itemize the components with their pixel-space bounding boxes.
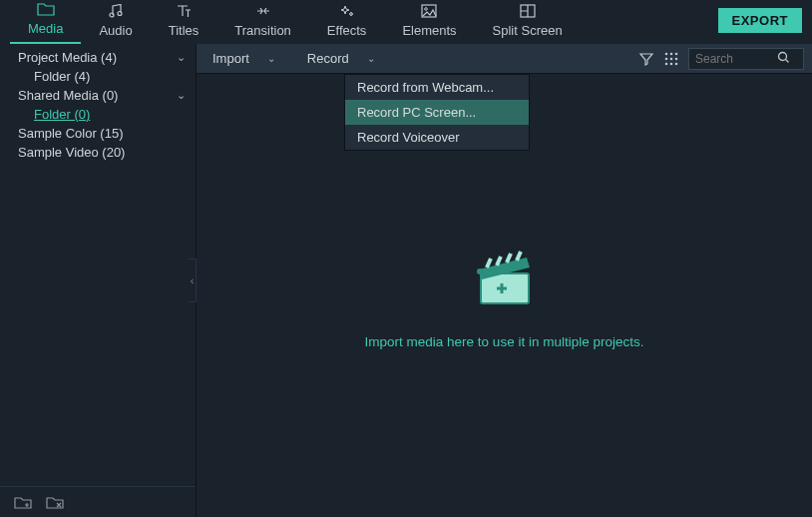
svg-point-10: [675, 57, 678, 60]
folder-icon: [37, 2, 55, 19]
music-icon: [108, 4, 124, 21]
search-box[interactable]: [688, 48, 804, 70]
tree-label: Folder (4): [34, 69, 90, 84]
svg-point-13: [675, 62, 678, 65]
grid-view-icon[interactable]: [664, 52, 678, 66]
tree-label: Sample Color (15): [18, 126, 124, 141]
tab-audio[interactable]: Audio: [81, 4, 150, 44]
split-icon: [520, 4, 536, 21]
export-button[interactable]: EXPORT: [718, 8, 802, 33]
content-toolbar: Import ⌄ Record ⌄: [197, 44, 812, 74]
record-webcam-item[interactable]: Record from Webcam...: [345, 75, 529, 100]
import-button[interactable]: Import ⌄: [197, 44, 291, 73]
svg-point-11: [665, 62, 668, 65]
sidebar: Project Media (4) ⌄ Folder (4) Shared Me…: [0, 44, 197, 517]
tab-label: Transition: [234, 23, 291, 38]
chevron-down-icon: ⌄: [367, 53, 375, 64]
svg-point-17: [477, 268, 483, 274]
svg-point-3: [425, 8, 428, 11]
tab-label: Split Screen: [493, 23, 563, 38]
transition-icon: [255, 4, 271, 21]
stage-hint-text: Import media here to use it in multiple …: [365, 334, 644, 349]
record-button[interactable]: Record ⌄: [291, 44, 391, 73]
tree-item-folder-selected[interactable]: Folder (0): [0, 105, 196, 124]
add-folder-icon[interactable]: [14, 495, 32, 509]
chevron-down-icon: ⌄: [267, 53, 275, 64]
chevron-down-icon: ⌄: [177, 51, 186, 64]
svg-point-12: [670, 62, 673, 65]
svg-point-14: [779, 52, 787, 60]
search-icon: [777, 51, 790, 67]
tab-effects[interactable]: Effects: [309, 4, 385, 44]
filter-icon[interactable]: [638, 52, 654, 66]
tree-label: Folder (0): [34, 107, 90, 122]
tab-transition[interactable]: Transition: [216, 4, 309, 44]
delete-folder-icon[interactable]: [46, 495, 64, 509]
sidebar-collapse-handle[interactable]: [189, 258, 197, 302]
tab-label: Elements: [402, 23, 456, 38]
tree-item-sample-video[interactable]: Sample Video (20): [0, 143, 196, 162]
search-input[interactable]: [695, 52, 777, 66]
sidebar-footer: [0, 486, 196, 517]
record-label: Record: [307, 51, 349, 66]
svg-point-7: [675, 52, 678, 55]
svg-point-9: [670, 57, 673, 60]
tree-label: Project Media (4): [18, 50, 117, 65]
clapboard-icon: [469, 242, 541, 316]
svg-point-8: [665, 57, 668, 60]
tree-item-sample-color[interactable]: Sample Color (15): [0, 124, 196, 143]
image-icon: [421, 4, 437, 21]
record-voiceover-item[interactable]: Record Voiceover: [345, 125, 529, 150]
svg-point-6: [670, 52, 673, 55]
record-pc-screen-item[interactable]: Record PC Screen...: [345, 100, 529, 125]
tree-label: Sample Video (20): [18, 145, 125, 160]
tree-item-folder[interactable]: Folder (4): [0, 67, 196, 86]
tab-split-screen[interactable]: Split Screen: [475, 4, 581, 44]
record-dropdown: Record from Webcam... Record PC Screen..…: [344, 74, 530, 151]
tab-elements[interactable]: Elements: [384, 4, 474, 44]
tab-titles[interactable]: Titles: [151, 4, 217, 44]
tab-label: Audio: [99, 23, 132, 38]
svg-point-1: [118, 12, 122, 16]
tree-item-shared-media[interactable]: Shared Media (0) ⌄: [0, 86, 196, 105]
chevron-down-icon: ⌄: [177, 89, 186, 102]
tab-label: Titles: [169, 23, 200, 38]
content-area: Import ⌄ Record ⌄: [197, 44, 812, 517]
media-tree: Project Media (4) ⌄ Folder (4) Shared Me…: [0, 44, 196, 486]
tree-label: Shared Media (0): [18, 88, 118, 103]
import-label: Import: [212, 51, 249, 66]
sparkle-icon: [339, 4, 355, 21]
tree-item-project-media[interactable]: Project Media (4) ⌄: [0, 48, 196, 67]
svg-point-5: [665, 52, 668, 55]
top-tabs: Media Audio Titles Transition Effects El…: [0, 0, 812, 44]
svg-point-0: [110, 13, 114, 17]
tab-label: Effects: [327, 23, 367, 38]
tab-label: Media: [28, 21, 63, 36]
tab-media[interactable]: Media: [10, 2, 81, 44]
text-icon: [176, 4, 192, 21]
